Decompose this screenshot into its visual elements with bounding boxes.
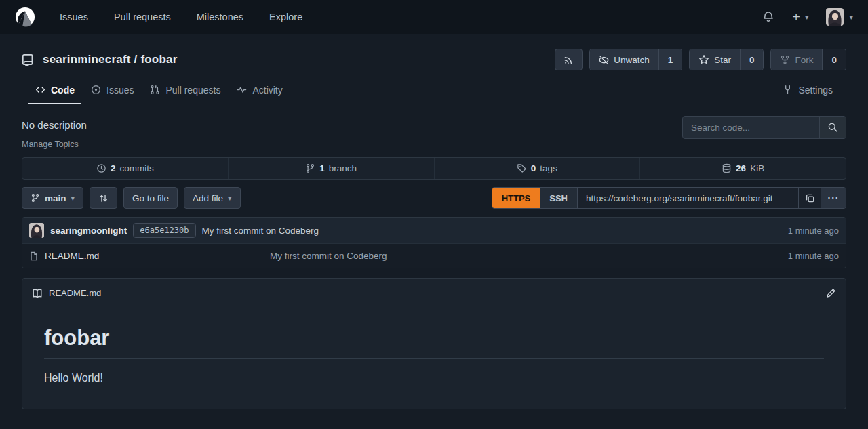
file-browser: searingmoonlight e6a5e1230b My first com… [22,217,846,268]
user-avatar [826,8,844,26]
repo-actions: Unwatch 1 Star 0 [555,49,846,70]
compare-icon [98,193,108,203]
history-icon [96,163,106,173]
copy-icon [805,193,815,203]
tab-activity[interactable]: Activity [229,76,290,104]
copy-url-button[interactable] [798,188,821,208]
fork-button-group: Fork 0 [770,49,846,70]
nav-link-milestones[interactable]: Milestones [197,12,243,22]
tag-icon [517,163,527,173]
notifications-bell-icon[interactable] [762,11,774,23]
commit-author-name[interactable]: searingmoonlight [50,226,127,236]
chevron-down-icon: ▾ [71,194,75,203]
tab-settings[interactable]: Settings [774,76,841,104]
readme-content: foobar Hello World! [22,308,846,409]
edit-readme-button[interactable] [826,288,836,298]
nav-link-explore[interactable]: Explore [269,12,302,22]
readme-header: README.md [22,279,846,308]
fork-button: Fork [771,49,822,70]
create-new-menu[interactable]: + ▾ [792,9,808,25]
readme-filename: README.md [49,288,101,298]
branch-icon [31,193,40,203]
tab-code[interactable]: Code [27,76,83,104]
manage-topics-link[interactable]: Manage Topics [22,140,87,149]
repo-description: No description [22,116,87,131]
commit-hash-badge[interactable]: e6a5e1230b [133,223,195,238]
stat-commits[interactable]: 2commits [22,158,228,179]
activity-icon [237,85,247,95]
file-row-readme[interactable]: README.md My first commit on Codeberg 1 … [22,243,846,268]
stars-count[interactable]: 0 [740,49,764,70]
nav-link-pull-requests[interactable]: Pull requests [114,12,171,22]
tab-issues[interactable]: Issues [83,76,142,104]
branch-selector[interactable]: main ▾ [22,187,83,209]
repo-tabs: Code Issues Pull requests Act [22,76,846,104]
clone-url-group: HTTPS SSH ··· [492,187,846,209]
wrench-icon [783,85,793,95]
chevron-down-icon: ▾ [805,13,809,22]
commit-time: 1 minute ago [788,226,839,236]
clone-url-input[interactable] [578,188,798,208]
unwatch-button[interactable]: Unwatch [590,49,658,70]
repo-header: searinminecraft / foobar Unwatch 1 [22,49,846,70]
more-options-button[interactable]: ··· [821,188,846,208]
stat-size[interactable]: 26KiB [639,158,846,179]
watchers-count[interactable]: 1 [658,49,682,70]
readme-paragraph: Hello World! [44,372,824,384]
pencil-icon [826,288,836,298]
ssh-toggle[interactable]: SSH [540,188,578,208]
stat-branches[interactable]: 1branch [228,158,434,179]
go-to-file-button[interactable]: Go to file [123,187,178,209]
watch-button-group[interactable]: Unwatch 1 [589,49,682,70]
add-file-button[interactable]: Add file ▾ [184,187,241,209]
readme-panel: README.md foobar Hello World! [22,278,846,409]
rss-button[interactable] [555,49,583,70]
plus-icon: + [792,9,800,25]
chevron-down-icon: ▾ [849,13,853,22]
file-icon [29,251,39,261]
nav-links: Issues Pull requests Milestones Explore [60,12,302,22]
https-toggle[interactable]: HTTPS [492,188,540,208]
repo-stats-bar: 2commits 1branch 0tags [22,157,846,180]
commit-message[interactable]: My first commit on Codeberg [202,226,319,236]
pull-request-icon [150,85,160,95]
user-menu[interactable]: ▾ [826,8,853,26]
database-icon [722,163,732,173]
readme-title: foobar [44,326,824,359]
stat-tags[interactable]: 0tags [434,158,640,179]
forks-count[interactable]: 0 [822,49,846,70]
issue-icon [91,85,101,95]
star-button[interactable]: Star [690,49,740,70]
tab-pull-requests[interactable]: Pull requests [142,76,229,104]
file-commit-message[interactable]: My first commit on Codeberg [270,251,387,261]
code-icon [35,85,45,95]
file-name-link[interactable]: README.md [29,251,270,261]
branch-icon [305,163,315,173]
latest-commit-row: searingmoonlight e6a5e1230b My first com… [22,218,846,243]
codeberg-logo-icon[interactable] [15,7,35,27]
top-navbar: Issues Pull requests Milestones Explore … [0,0,868,34]
star-button-group[interactable]: Star 0 [689,49,764,70]
description-row: No description Manage Topics [22,116,846,149]
search-icon [827,122,838,133]
branch-bar: main ▾ Go to file Add file ▾ HTTPS SSH [22,187,846,209]
search-button[interactable] [819,117,846,138]
current-branch: main [45,193,66,203]
nav-right: + ▾ ▾ [762,8,853,26]
repo-title: searinminecraft / foobar [22,53,177,66]
nav-link-issues[interactable]: Issues [60,12,88,22]
compare-button[interactable] [90,187,117,209]
code-search-input[interactable] [683,117,819,138]
commit-author-avatar[interactable] [29,223,44,238]
repo-name[interactable]: searinminecraft / foobar [43,53,177,66]
repo-icon [22,54,35,66]
code-search [682,116,846,139]
book-open-icon [32,288,43,299]
chevron-down-icon: ▾ [228,194,232,203]
file-commit-time: 1 minute ago [788,251,839,261]
